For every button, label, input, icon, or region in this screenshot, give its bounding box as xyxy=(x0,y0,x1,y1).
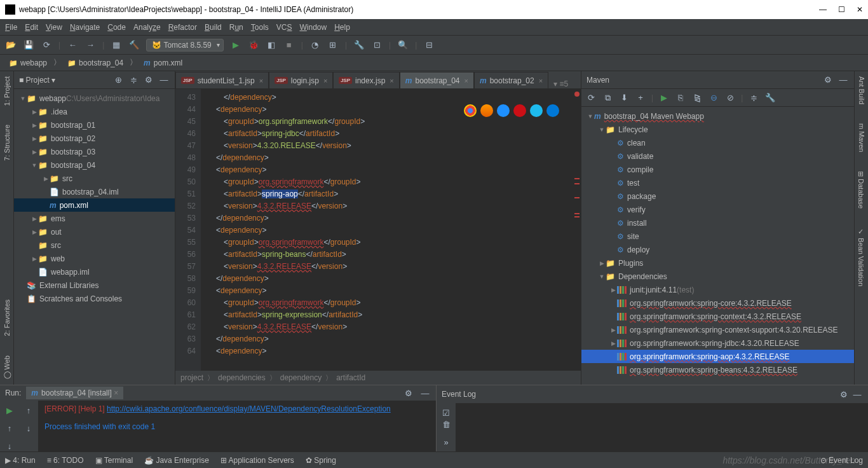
tab-web[interactable]: ◯ Web xyxy=(3,355,11,380)
target-icon[interactable]: ⊕ xyxy=(112,74,124,86)
maven-tree-item[interactable]: ⚙clean xyxy=(581,136,854,149)
hide-icon[interactable]: — xyxy=(158,74,170,86)
gear-icon[interactable]: ⚙ xyxy=(838,389,850,400)
ie-icon[interactable] xyxy=(530,104,543,117)
tab-project[interactable]: 1: Project xyxy=(3,76,11,106)
settings-icon[interactable]: 🔧 xyxy=(764,92,776,104)
build-icon[interactable]: ▦ xyxy=(111,39,122,51)
maven-tree-item[interactable]: ⚙deploy xyxy=(581,243,854,256)
editor-tab[interactable]: JSPlogin.jsp× xyxy=(269,72,333,88)
menu-run[interactable]: Run xyxy=(229,23,243,32)
hide-icon[interactable]: — xyxy=(837,74,849,86)
tree-item[interactable]: 📚External Libraries xyxy=(14,279,175,292)
rerun-icon[interactable]: ▶ xyxy=(4,404,15,416)
maven-tree-item[interactable]: org.springframwork:spring-context:4.3.2.… xyxy=(581,310,854,323)
tree-item[interactable]: ▶📁bootstrap_03 xyxy=(14,145,175,158)
safari-icon[interactable] xyxy=(497,104,510,117)
mark-icon[interactable]: ☑ xyxy=(440,407,452,418)
run-tab[interactable]: mbootstrap_04 [install] × xyxy=(26,387,123,399)
forward-icon[interactable]: → xyxy=(85,39,96,51)
tree-item[interactable]: ▼📁webapp C:\Users\Administrator\Idea xyxy=(14,92,175,105)
maven-tree-item[interactable]: ▶junit:junit:4.11 (test) xyxy=(581,283,854,296)
hide-icon[interactable]: — xyxy=(851,389,863,400)
maven-tree[interactable]: ▼mbootstrap_04 Maven Webapp▼📁Lifecycle⚙c… xyxy=(581,107,854,385)
status-tab[interactable]: ☕ Java Enterprise xyxy=(144,456,209,465)
error-stripe[interactable] xyxy=(574,89,581,371)
execute-icon[interactable]: ⎘ xyxy=(675,92,686,104)
gear-icon[interactable]: ⚙ xyxy=(822,74,834,86)
maven-tree-item[interactable]: ▼📁Dependencies xyxy=(581,270,854,283)
collapse-icon[interactable]: ≑ xyxy=(128,74,139,86)
maven-tree-item[interactable]: ⚙test xyxy=(581,176,854,189)
maven-tree-item[interactable]: ⚙package xyxy=(581,189,854,203)
maven-tree-item[interactable]: org.springframwork:spring-aop:4.3.2.RELE… xyxy=(581,350,854,363)
tree-item[interactable]: 📄bootstrap_04.iml xyxy=(14,185,175,198)
tree-item[interactable]: ▶📁bootstrap_01 xyxy=(14,118,175,132)
wrench-icon[interactable]: 🔧 xyxy=(353,39,365,51)
skip-icon[interactable]: ⊘ xyxy=(724,92,736,104)
tree-item[interactable]: ▶📁.idea xyxy=(14,105,175,118)
tree-item[interactable]: 📄webapp.iml xyxy=(14,265,175,279)
gear-icon[interactable]: ⚙ xyxy=(143,74,154,86)
editor-tab[interactable]: mbootstrap_02× xyxy=(474,72,548,88)
tree-item[interactable]: ▶📁src xyxy=(14,172,175,185)
maven-tree-item[interactable]: ⚙validate xyxy=(581,149,854,163)
maven-tree-item[interactable]: ▶📁Plugins xyxy=(581,256,854,270)
hammer-icon[interactable]: 🔨 xyxy=(128,39,140,51)
close-button[interactable]: ✕ xyxy=(857,5,863,14)
menu-view[interactable]: View xyxy=(46,23,62,32)
run-icon[interactable]: ▶ xyxy=(230,39,241,51)
chrome-icon[interactable] xyxy=(464,104,477,117)
edge-icon[interactable] xyxy=(546,104,559,117)
tree-item[interactable]: mpom.xml xyxy=(14,198,175,212)
toggle-icon[interactable]: ⧎ xyxy=(691,92,703,104)
status-tab[interactable]: ⊞ Application Servers xyxy=(220,456,294,465)
crumb-webapp[interactable]: webapp xyxy=(5,57,51,69)
crumb-bootstrap04[interactable]: bootstrap_04 xyxy=(64,57,127,69)
maximize-button[interactable]: ☐ xyxy=(838,5,845,14)
tree-item[interactable]: 📋Scratches and Consoles xyxy=(14,292,175,305)
reload-icon[interactable]: ⟳ xyxy=(585,92,597,104)
stop-icon[interactable]: ↑ xyxy=(4,422,15,434)
opera-icon[interactable] xyxy=(513,104,526,117)
coverage-icon[interactable]: ◧ xyxy=(266,39,277,51)
maven-tree-item[interactable]: ▼📁Lifecycle xyxy=(581,123,854,136)
editor-tab[interactable]: JSPstudentList_1.jsp× xyxy=(175,72,269,88)
tab-maven[interactable]: m Maven xyxy=(858,123,865,152)
menu-edit[interactable]: Edit xyxy=(25,23,38,32)
tree-item[interactable]: ▶📁web xyxy=(14,252,175,265)
maven-tree-item[interactable]: org.springframwork:spring-beans:4.3.2.RE… xyxy=(581,363,854,376)
menu-refactor[interactable]: Refactor xyxy=(168,23,197,32)
tree-item[interactable]: 📁src xyxy=(14,238,175,252)
hide-icon[interactable]: — xyxy=(419,387,431,399)
menu-tools[interactable]: Tools xyxy=(251,23,269,32)
menu-vcs[interactable]: VCS xyxy=(276,23,292,32)
run-config-select[interactable]: 🐱 Tomcat 8.5.59 xyxy=(146,39,224,52)
down-icon[interactable]: ↓ xyxy=(4,440,15,451)
menu-file[interactable]: File xyxy=(5,23,17,32)
menu-window[interactable]: Window xyxy=(299,23,327,32)
collapse-all-icon[interactable]: ≑ xyxy=(748,92,759,104)
maven-tree-item[interactable]: ⚙install xyxy=(581,216,854,230)
crumb-pom[interactable]: mpom.xml xyxy=(140,57,186,69)
more-icon[interactable]: » xyxy=(440,436,452,448)
settings-icon[interactable]: ⊡ xyxy=(371,39,383,51)
menu-build[interactable]: Build xyxy=(205,23,222,32)
maven-tree-item[interactable]: ⚙compile xyxy=(581,163,854,176)
tab-database[interactable]: ⊞ Database xyxy=(857,171,865,209)
code[interactable]: </dependency> <dependency> <groupId>org.… xyxy=(201,89,581,371)
editor-tab[interactable]: JSPindex.jsp× xyxy=(333,72,399,88)
gear-icon[interactable]: ⚙ xyxy=(403,387,414,399)
error-link[interactable]: http://cwiki.apache.org/confluence/displ… xyxy=(107,404,391,413)
up-icon[interactable]: ↑ xyxy=(23,404,34,416)
search-icon[interactable]: 🔍 xyxy=(397,39,409,51)
tab-ant[interactable]: Ant Build xyxy=(858,76,865,104)
download-icon[interactable]: ⬇ xyxy=(618,92,630,104)
down2-icon[interactable]: ↓ xyxy=(23,422,34,434)
sync-icon[interactable]: ⟳ xyxy=(41,39,52,51)
maven-tree-item[interactable]: ⚙site xyxy=(581,230,854,243)
maven-tree-item[interactable]: ▼mbootstrap_04 Maven Webapp xyxy=(581,109,854,123)
tree-item[interactable]: ▶📁ems xyxy=(14,212,175,225)
maven-tree-item[interactable]: ⚙verify xyxy=(581,203,854,216)
generate-icon[interactable]: ⧉ xyxy=(602,92,613,104)
